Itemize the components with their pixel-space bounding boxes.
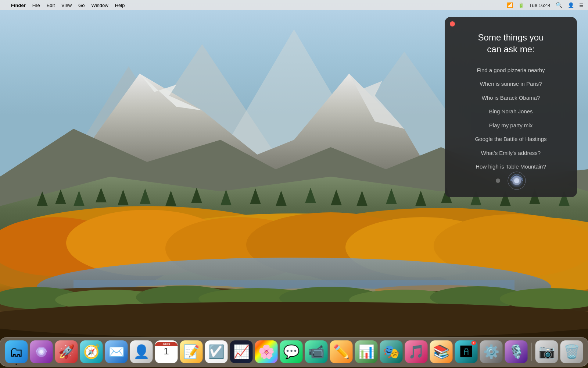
ibooks-icon: 📚	[433, 344, 449, 360]
keynote-icon: 🎭	[383, 344, 399, 360]
siri-suggestion-1[interactable]: Find a good pizzeria nearby	[477, 67, 545, 74]
dock-item-itunes[interactable]: 🎵	[405, 340, 428, 363]
siri-dock-icon	[34, 344, 49, 359]
finder-icon: 🗂	[10, 344, 24, 360]
safari-icon: 🧭	[83, 344, 100, 360]
appstore-icon: 🅰	[460, 345, 472, 359]
podcasts-icon: 🎙️	[508, 344, 524, 360]
desktop: Finder File Edit View Go Window Help 📶 🔋…	[0, 0, 588, 368]
menubar-file[interactable]: File	[32, 3, 40, 8]
menubar-window[interactable]: Window	[91, 3, 108, 8]
menubar-app-name[interactable]: Finder	[11, 3, 26, 8]
siri-suggestion-5[interactable]: Play my party mix	[489, 122, 533, 129]
svg-point-59	[0, 302, 588, 339]
siri-suggestion-4[interactable]: Bing Norah Jones	[489, 108, 533, 115]
dock-item-trash[interactable]: 🗑️	[560, 340, 583, 363]
photos-icon: 🌸	[258, 344, 275, 360]
dock-item-notes[interactable]: 📝	[180, 340, 203, 363]
siri-suggestion-3[interactable]: Who is Barack Obama?	[482, 94, 540, 102]
facetime-icon: 📹	[308, 344, 325, 360]
reminders-icon: ☑️	[208, 344, 225, 360]
dock-item-finder[interactable]: 🗂	[5, 340, 28, 363]
siri-mic-indicator	[496, 178, 500, 183]
siri-footer	[445, 171, 577, 190]
freeform-icon: ✏️	[333, 344, 349, 360]
numbers-icon: 📊	[358, 344, 374, 360]
siri-close-button[interactable]	[450, 21, 455, 26]
appstore-badge: 1	[471, 341, 476, 345]
dock-item-facetime[interactable]: 📹	[305, 340, 328, 363]
dock: 🗂 🚀 🧭 ✉️ 👤 AUG 1	[0, 337, 588, 367]
dock-item-keynote[interactable]: 🎭	[380, 340, 403, 363]
dock-item-photos[interactable]: 🌸	[255, 340, 278, 363]
dock-item-sysprefs[interactable]: ⚙️	[480, 340, 503, 363]
menubar-help[interactable]: Help	[115, 3, 125, 8]
siri-suggestion-8[interactable]: How high is Table Mountain?	[476, 163, 546, 170]
dock-item-calendar[interactable]: AUG 1	[155, 340, 178, 363]
dock-item-reminders[interactable]: ☑️	[205, 340, 228, 363]
search-icon[interactable]: 🔍	[556, 2, 563, 8]
sysprefs-icon: ⚙️	[483, 344, 499, 360]
menubar-right: 📶 🔋 Tue 16:44 🔍 👤 ☰	[507, 2, 584, 8]
notes-icon: 📝	[183, 344, 200, 360]
menubar-edit[interactable]: Edit	[47, 3, 55, 8]
wifi-icon[interactable]: 📶	[507, 2, 513, 8]
svg-point-67	[40, 350, 43, 354]
dock-item-screenshot[interactable]: 📷	[535, 340, 558, 363]
mail-icon: ✉️	[108, 344, 125, 360]
siri-suggestion-7[interactable]: What's Emily's address?	[481, 149, 541, 157]
dock-item-stocks[interactable]: 📈	[230, 340, 253, 363]
dock-item-numbers[interactable]: 📊	[355, 340, 378, 363]
dock-item-ibooks[interactable]: 📚	[430, 340, 453, 363]
calendar-day: 1	[164, 346, 169, 356]
messages-icon: 💬	[283, 344, 300, 360]
dock-separator	[531, 343, 532, 361]
control-center-icon[interactable]: ☰	[579, 3, 584, 8]
battery-icon[interactable]: 🔋	[518, 3, 524, 8]
screenshot-icon: 📷	[538, 344, 555, 360]
stocks-icon: 📈	[233, 344, 250, 360]
dock-item-freeform[interactable]: ✏️	[330, 340, 353, 363]
dock-item-mail[interactable]: ✉️	[105, 340, 128, 363]
itunes-icon: 🎵	[408, 344, 424, 360]
menubar-left: Finder File Edit View Go Window Help	[4, 3, 507, 8]
dock-item-messages[interactable]: 💬	[280, 340, 303, 363]
running-indicator	[16, 364, 17, 365]
siri-logo	[508, 171, 526, 190]
menubar: Finder File Edit View Go Window Help 📶 🔋…	[0, 0, 588, 10]
siri-panel: Some things youcan ask me: Find a good p…	[445, 17, 577, 197]
launchpad-icon: 🚀	[58, 344, 75, 360]
dock-item-appstore[interactable]: 🅰 1	[455, 340, 478, 363]
dock-item-siri[interactable]	[30, 340, 53, 363]
dock-item-podcasts[interactable]: 🎙️	[505, 340, 528, 363]
siri-suggestion-6[interactable]: Google the Battle of Hastings	[475, 135, 546, 143]
contacts-icon: 👤	[133, 344, 150, 360]
trash-icon: 🗑️	[563, 344, 580, 360]
svg-point-63	[514, 178, 519, 183]
menubar-view[interactable]: View	[61, 3, 72, 8]
dock-item-launchpad[interactable]: 🚀	[55, 340, 78, 363]
siri-suggestion-2[interactable]: When is sunrise in Paris?	[480, 80, 542, 88]
siri-title: Some things youcan ask me:	[478, 32, 544, 56]
dock-item-contacts[interactable]: 👤	[130, 340, 153, 363]
menubar-time: Tue 16:44	[529, 3, 551, 8]
dock-item-safari[interactable]: 🧭	[80, 340, 103, 363]
menubar-go[interactable]: Go	[78, 3, 85, 8]
avatar-icon[interactable]: 👤	[568, 2, 574, 8]
